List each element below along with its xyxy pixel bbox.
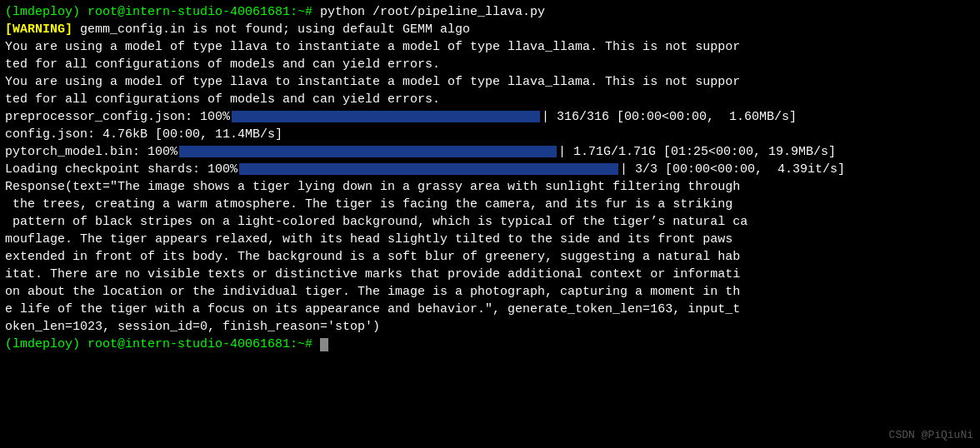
warning-text: gemm_config.in is not found; using defau…	[72, 22, 470, 37]
progress-line-7: preprocessor_config.json: 100%| 316/316 …	[5, 108, 975, 126]
response-line-15: extended in front of its body. The backg…	[5, 248, 975, 266]
progress-label-9: pytorch_model.bin: 100%	[5, 145, 178, 159]
prompt-prefix-1: (lmdeploy) root@intern-studio-40061681:~…	[5, 5, 320, 19]
progress-stats-10: | 3/3 [00:00<00:00, 4.39it/s]	[620, 162, 845, 177]
cursor	[320, 338, 328, 351]
warning-line: [WARNING] gemm_config.in is not found; u…	[5, 21, 975, 38]
info-line-8: config.json: 4.76kB [00:00, 11.4MB/s]	[5, 126, 975, 143]
terminal-window: (lmdeploy) root@intern-studio-40061681:~…	[0, 0, 980, 448]
command-text-1: python /root/pipeline_llava.py	[320, 5, 545, 19]
progress-line-10: Loading checkpoint shards: 100%| 3/3 [00…	[5, 161, 975, 178]
response-line-14: mouflage. The tiger appears relaxed, wit…	[5, 231, 975, 248]
progress-bar-9	[179, 146, 557, 157]
progress-line-9: pytorch_model.bin: 100%| 1.71G/1.71G [01…	[5, 143, 975, 161]
response-line-11: Response(text="The image shows a tiger l…	[5, 178, 975, 196]
progress-bar-10	[239, 163, 618, 175]
watermark: CSDN @PiQiuNi	[889, 428, 973, 443]
response-line-12: the trees, creating a warm atmosphere. T…	[5, 196, 975, 213]
progress-bar-7	[232, 111, 540, 122]
response-line-13: pattern of black stripes on a light-colo…	[5, 213, 975, 231]
progress-stats-7: | 316/316 [00:00<00:00, 1.60MB/s]	[542, 110, 797, 124]
info-line-4: ted for all configurations of models and…	[5, 56, 975, 73]
info-line-3: You are using a model of type llava to i…	[5, 38, 975, 56]
info-line-5: You are using a model of type llava to i…	[5, 73, 975, 91]
progress-label-7: preprocessor_config.json: 100%	[5, 110, 230, 124]
info-line-6: ted for all configurations of models and…	[5, 91, 975, 108]
response-line-19: oken_len=1023, session_id=0, finish_reas…	[5, 318, 975, 336]
warning-tag: [WARNING]	[5, 22, 72, 37]
command-line-1: (lmdeploy) root@intern-studio-40061681:~…	[5, 3, 975, 21]
final-prompt-line[interactable]: (lmdeploy) root@intern-studio-40061681:~…	[5, 336, 975, 353]
response-line-17: on about the location or the individual …	[5, 283, 975, 301]
response-line-18: e life of the tiger with a focus on its …	[5, 301, 975, 318]
progress-label-10: Loading checkpoint shards: 100%	[5, 162, 238, 177]
response-line-16: itat. There are no visible texts or dist…	[5, 266, 975, 283]
progress-stats-9: | 1.71G/1.71G [01:25<00:00, 19.9MB/s]	[558, 145, 836, 159]
final-prompt-prefix: (lmdeploy) root@intern-studio-40061681:~…	[5, 337, 320, 351]
